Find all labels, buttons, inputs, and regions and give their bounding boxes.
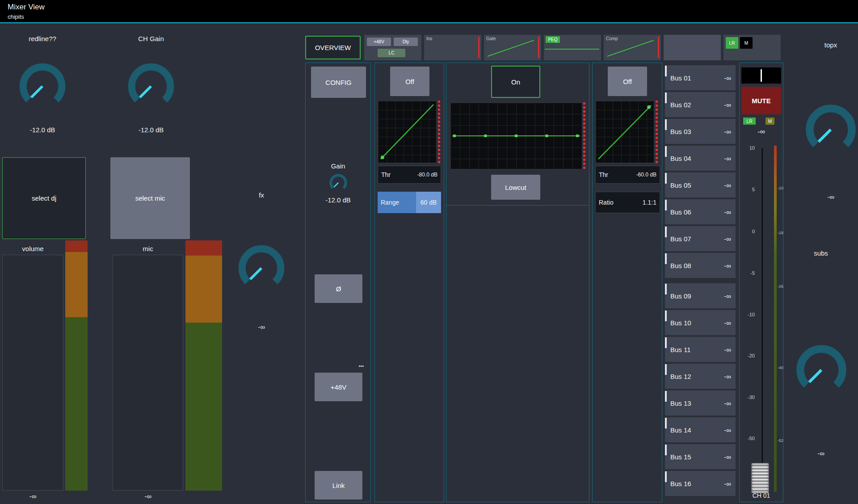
bus-name: Bus 02 <box>670 101 691 109</box>
bus-send-row[interactable]: Bus 04-∞ <box>665 146 736 171</box>
link-button[interactable]: Link <box>315 471 362 500</box>
volume-fader-area[interactable] <box>2 255 63 491</box>
bus-send-row[interactable]: Bus 07-∞ <box>665 226 736 251</box>
overview-tab[interactable]: OVERVIEW <box>305 36 361 59</box>
bus-fader-position <box>665 146 667 157</box>
gate-threshold-row[interactable]: Thr -80.0 dB <box>378 166 441 184</box>
subs-knob-label: subs <box>795 249 847 257</box>
gate-range-label: Range <box>381 199 399 206</box>
peq-tab-label: PEQ <box>546 36 560 43</box>
bus-level: -∞ <box>724 262 731 269</box>
phase-button[interactable]: Ø <box>315 274 362 303</box>
bus-send-row[interactable]: Bus 08-∞ <box>665 253 736 278</box>
phantom-mini-button[interactable]: +48V <box>367 38 391 46</box>
comp-ratio-row[interactable]: Ratio 1.1:1 <box>595 192 660 213</box>
pan-control[interactable] <box>741 67 781 84</box>
bus-level: -∞ <box>724 155 731 162</box>
meter-scale-label: -26 <box>778 284 785 289</box>
comp-ratio-label: Ratio <box>599 199 614 206</box>
bus-send-row[interactable]: Bus 10-∞ <box>665 310 736 335</box>
fx-knob[interactable] <box>236 243 287 294</box>
comp-threshold-row[interactable]: Thr -60.0 dB <box>595 166 660 184</box>
eq-on-off-button[interactable]: On <box>491 66 540 98</box>
fader-scale-label: 0 <box>743 229 755 234</box>
meter-scale-label: -10 <box>778 186 785 190</box>
bus-send-row[interactable]: Bus 14-∞ <box>665 417 736 442</box>
bus-send-row[interactable]: Bus 16-∞ <box>665 471 736 496</box>
subs-knob[interactable] <box>794 342 849 398</box>
lr-assign-button[interactable]: LR <box>726 37 738 49</box>
bus-fader-position <box>665 253 667 264</box>
more-options-dots[interactable]: ••• <box>346 363 364 369</box>
comp-graph[interactable] <box>595 101 654 163</box>
bus-send-row[interactable]: Bus 12-∞ <box>665 364 736 389</box>
mic-fader-area[interactable] <box>113 255 183 491</box>
bus-fader-position <box>665 337 667 348</box>
gate-section-tab[interactable]: Gate <box>484 35 541 60</box>
peq-mini-curve <box>545 49 599 50</box>
gain-label: Gain <box>306 162 370 170</box>
bus-name: Bus 15 <box>670 453 691 461</box>
bus-send-row[interactable]: Bus 13-∞ <box>665 391 736 416</box>
fader-scale-label: -5 <box>743 270 755 276</box>
bus-fader-position <box>665 471 667 482</box>
comp-section-tab[interactable]: Comp <box>604 35 661 60</box>
insert-section-tab[interactable]: Ins <box>424 35 481 60</box>
scribble-section-tab[interactable] <box>664 35 721 60</box>
eq-graph[interactable] <box>450 102 582 169</box>
mute-button[interactable]: MUTE <box>741 87 781 114</box>
bus-send-row[interactable]: Bus 05-∞ <box>665 172 736 197</box>
bus-name: Bus 03 <box>670 128 691 135</box>
bus-send-row[interactable]: Bus 11-∞ <box>665 337 736 362</box>
mono-assign-button[interactable]: M <box>740 37 753 49</box>
gain-knob[interactable] <box>328 173 348 193</box>
bus-level: -∞ <box>724 235 731 243</box>
comp-on-off-button[interactable]: Off <box>608 67 647 96</box>
select-dj-button[interactable]: select dj <box>2 157 86 239</box>
fader-cap[interactable] <box>751 463 769 493</box>
lowcut-mini-button[interactable]: LC <box>378 49 405 57</box>
bus-send-row[interactable]: Bus 01-∞ <box>665 65 736 90</box>
fader-scale-label: 10 <box>743 145 755 151</box>
bus-send-row[interactable]: Bus 02-∞ <box>665 92 736 117</box>
ch-gain-knob-label: CH Gain <box>118 35 185 42</box>
gate-threshold-label: Thr <box>381 171 391 178</box>
bus-fader-position <box>665 445 667 455</box>
lowcut-button[interactable]: Lowcut <box>491 175 540 200</box>
peq-section-tab[interactable]: PEQ <box>544 35 601 60</box>
channel-strip-column: MUTE LR M -∞ 10 5 0 -5 -10 -20 -30 -50 -… <box>739 63 783 502</box>
gate-on-off-button[interactable]: Off <box>390 67 429 96</box>
bus-fader-position <box>665 418 667 428</box>
select-mic-button[interactable]: select mic <box>110 157 190 239</box>
mixer-name: chipits <box>8 13 24 20</box>
bus-name: Bus 08 <box>670 262 691 269</box>
gate-range-value: 60 dB <box>416 192 441 213</box>
fader-track <box>761 148 763 492</box>
config-button[interactable]: CONFIG <box>311 67 366 98</box>
phantom-button[interactable]: +48V <box>315 373 362 401</box>
preamp-section-tab[interactable]: +48V Dly LC <box>364 35 421 60</box>
ch-gain-knob[interactable] <box>126 61 177 112</box>
redline-knob[interactable] <box>17 61 68 112</box>
routing-section-tab[interactable]: LR M <box>723 35 781 60</box>
bus-send-row[interactable]: Bus 15-∞ <box>665 444 736 469</box>
gate-graph[interactable] <box>378 101 437 163</box>
bus-name: Bus 05 <box>670 181 691 189</box>
bus-name: Bus 04 <box>670 155 691 162</box>
bus-send-row[interactable]: Bus 06-∞ <box>665 199 736 224</box>
topx-knob[interactable] <box>803 102 858 157</box>
bus-fader-position <box>665 284 667 294</box>
delay-mini-button[interactable]: Dly <box>394 38 418 46</box>
bus-name: Bus 11 <box>670 346 691 353</box>
gain-value: -12.0 dB <box>306 196 370 204</box>
insert-meter-strip <box>478 37 479 58</box>
bus-send-row[interactable]: Bus 03-∞ <box>665 119 736 144</box>
bus-send-row[interactable]: Bus 09-∞ <box>665 283 736 308</box>
bus-level: -∞ <box>724 480 731 487</box>
channel-level-value: -∞ <box>740 128 783 136</box>
subs-knob-value: -∞ <box>795 449 847 457</box>
meter-scale-label: -52 <box>778 438 785 443</box>
gate-range-row[interactable]: Range 60 dB <box>378 192 441 213</box>
bus-name: Bus 14 <box>670 426 691 434</box>
channel-name: CH 01 <box>740 492 783 499</box>
